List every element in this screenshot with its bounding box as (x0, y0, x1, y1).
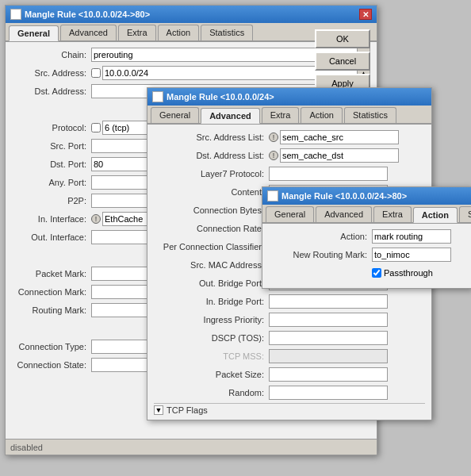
tab-statistics-adv[interactable]: Statistics (344, 107, 396, 123)
tab-general-act[interactable]: General (266, 206, 314, 222)
ingress-label: Ingress Priority: (154, 315, 269, 324)
any-port-label: Any. Port: (12, 178, 91, 187)
tab-advanced-act[interactable]: Advanced (316, 206, 372, 222)
status-bar-main: disabled (6, 439, 377, 455)
tcp-flags-expand-btn[interactable]: ▼ (154, 405, 163, 415)
window-icon-3 (267, 190, 278, 202)
layer7-label: Layer7 Protocol: (154, 169, 269, 178)
titlebar-main: Mangle Rule <10.0.0.0/24->80> ✕ (6, 6, 377, 23)
passthrough-label: Passthrough (384, 268, 433, 278)
action-row: Action: (269, 228, 465, 244)
src-address-checkbox[interactable] (91, 68, 101, 78)
conn-bytes-label: Connection Bytes: (154, 205, 269, 215)
connection-state-label: Connection State: (12, 360, 91, 370)
new-routing-row: New Routing Mark: (269, 247, 465, 263)
dst-address-list-row: Dst. Address List: ! (154, 148, 425, 163)
packet-size-row: Packet Size: (154, 367, 425, 382)
layer7-row: Layer7 Protocol: (154, 166, 425, 182)
src-address-list-row: Src. Address List: ! (154, 129, 425, 145)
content-label: Content: (154, 187, 269, 197)
titlebar-advanced: Mangle Rule <10.0.0.0/24> (147, 88, 431, 106)
tab-general-main[interactable]: General (9, 25, 59, 41)
form-area-action: Action: New Routing Mark: Passthrough (262, 224, 471, 288)
src-mac-label: Src. MAC Address: (154, 260, 269, 270)
passthrough-checkbox[interactable] (372, 268, 381, 278)
dst-port-label: Dst. Port: (12, 159, 91, 169)
conn-rate-label: Connection Rate: (154, 224, 269, 233)
per-conn-label: Per Connection Classifier: (154, 242, 269, 251)
protocol-label: Protocol: (12, 123, 91, 132)
dst-addr-list-info-icon: ! (269, 151, 278, 160)
p2p-label: P2P: (12, 196, 91, 205)
tcp-mss-row: TCP MSS: (154, 348, 425, 364)
random-input[interactable] (269, 386, 388, 400)
passthrough-row: Passthrough (269, 265, 465, 281)
close-button-main[interactable]: ✕ (359, 9, 372, 20)
dscp-input[interactable] (269, 331, 388, 345)
src-addr-list-input[interactable] (280, 130, 399, 144)
ingress-input[interactable] (269, 313, 388, 327)
dscp-label: DSCP (TOS): (154, 333, 269, 343)
tab-action-act[interactable]: Action (413, 207, 458, 223)
tab-extra-adv[interactable]: Extra (262, 107, 300, 123)
out-interface-label: Out. Interface: (12, 232, 91, 242)
random-row: Random: (154, 385, 425, 401)
dst-addr-list-label: Dst. Address List: (154, 151, 269, 160)
tcp-mss-label: TCP MSS: (154, 351, 269, 361)
packet-size-input[interactable] (269, 367, 388, 382)
tcp-flags-label: TCP Flags (167, 405, 213, 415)
tab-action-main[interactable]: Action (158, 25, 200, 40)
src-address-label: Src. Address: (12, 68, 91, 78)
connection-mark-label: Connection Mark: (12, 287, 91, 297)
tab-general-adv[interactable]: General (151, 107, 199, 123)
window-title-action: Mangle Rule <10.0.0.0/24->80> (281, 191, 466, 201)
ok-button[interactable]: OK (315, 29, 370, 48)
tab-extra-main[interactable]: Extra (118, 25, 156, 40)
layer7-input[interactable] (269, 167, 388, 181)
in-interface-info-icon: ! (91, 214, 101, 224)
in-bridge-label: In. Bridge Port: (154, 297, 269, 306)
titlebar-action: Mangle Rule <10.0.0.0/24->80> (262, 187, 471, 205)
tcp-flags-row: ▼ TCP Flags (154, 403, 425, 415)
routing-mark-label: Routing Mark: (12, 305, 91, 315)
packet-size-label: Packet Size: (154, 370, 269, 379)
tab-statistics-act[interactable]: Statistics (459, 206, 471, 222)
protocol-checkbox[interactable] (91, 123, 101, 132)
dst-address-label: Dst. Address: (12, 86, 91, 96)
in-bridge-input[interactable] (269, 294, 388, 309)
window-title-advanced: Mangle Rule <10.0.0.0/24> (167, 92, 427, 102)
connection-type-label: Connection Type: (12, 342, 91, 351)
random-label: Random: (154, 388, 269, 397)
action-input[interactable] (372, 229, 451, 244)
status-text: disabled (10, 443, 43, 452)
tab-advanced-main[interactable]: Advanced (60, 25, 117, 40)
tab-strip-advanced: General Advanced Extra Action Statistics (147, 106, 431, 125)
window-icon-2 (152, 91, 163, 102)
tab-statistics-main[interactable]: Statistics (201, 25, 253, 40)
dscp-row: DSCP (TOS): (154, 330, 425, 346)
tcp-mss-input[interactable] (269, 349, 388, 363)
action-label: Action: (269, 232, 372, 241)
tab-extra-act[interactable]: Extra (373, 206, 412, 222)
window-mangle-action: Mangle Rule <10.0.0.0/24->80> General Ad… (262, 186, 471, 289)
src-addr-list-info-icon: ! (269, 132, 278, 142)
new-routing-input[interactable] (372, 248, 451, 262)
cancel-button[interactable]: Cancel (315, 52, 370, 71)
new-routing-label: New Routing Mark: (269, 250, 372, 259)
btn-panel: OK Cancel Apply (315, 29, 370, 93)
src-addr-list-label: Src. Address List: (154, 132, 269, 142)
window-icon (10, 9, 21, 20)
dst-addr-list-input[interactable] (280, 148, 399, 163)
chain-label: Chain: (12, 50, 91, 60)
out-bridge-label: Out. Bridge Port: (154, 278, 269, 288)
tab-strip-action: General Advanced Extra Action Statistics (262, 205, 471, 224)
in-bridge-row: In. Bridge Port: (154, 294, 425, 309)
packet-mark-label: Packet Mark: (12, 269, 91, 278)
tab-action-adv[interactable]: Action (301, 107, 343, 123)
in-interface-label: In. Interface: (12, 214, 91, 224)
tab-advanced-adv[interactable]: Advanced (201, 108, 260, 124)
src-port-label: Src. Port: (12, 141, 91, 151)
window-title-main: Mangle Rule <10.0.0.0/24->80> (25, 10, 359, 19)
ingress-row: Ingress Priority: (154, 312, 425, 328)
